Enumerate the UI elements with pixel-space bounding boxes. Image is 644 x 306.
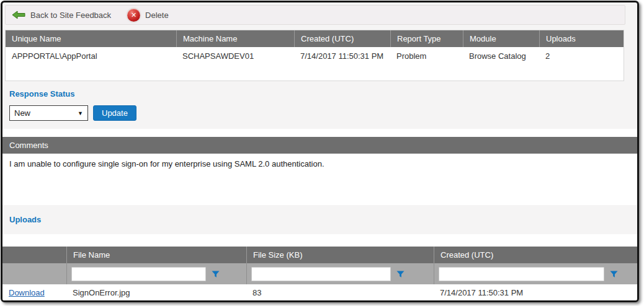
- chevron-down-icon: ▼: [78, 110, 83, 116]
- comments-text: I am unable to configure single sign-on …: [2, 154, 637, 205]
- module-value: Browse Catalog: [463, 47, 539, 81]
- spacer: [2, 301, 637, 302]
- file-size-filter-input[interactable]: [251, 267, 391, 281]
- feedback-detail-page: Back to Site Feedback ✕ Delete Unique Na…: [1, 1, 639, 302]
- upload-file-name: SignOnError.jpg: [66, 288, 246, 297]
- toolbar: Back to Site Feedback ✕ Delete: [5, 5, 625, 25]
- spacer: [2, 129, 637, 137]
- machine-name-value: SCHAPSAWDEV01: [176, 47, 294, 81]
- uploads-section-label: Uploads: [9, 215, 41, 224]
- col-header-empty: [2, 247, 66, 263]
- filter-funnel-icon[interactable]: [610, 270, 618, 278]
- response-status-label: Response Status: [9, 89, 637, 98]
- col-header-uploads: Uploads: [539, 30, 624, 47]
- back-button-label: Back to Site Feedback: [30, 11, 111, 20]
- col-header-file-name: File Name: [66, 247, 246, 263]
- report-type-value: Problem: [390, 47, 463, 81]
- delete-button-label: Delete: [145, 11, 169, 20]
- detail-table-header-row: Unique Name Machine Name Created (UTC) R…: [6, 30, 624, 47]
- feedback-detail-table: Unique Name Machine Name Created (UTC) R…: [5, 30, 624, 81]
- comments-header-bar: Comments: [2, 137, 637, 154]
- delete-button[interactable]: ✕ Delete: [127, 9, 169, 22]
- filter-cell-created: [434, 263, 637, 284]
- back-to-site-feedback-button[interactable]: Back to Site Feedback: [12, 11, 111, 20]
- created-utc-value: 7/14/2017 11:50:31 PM: [294, 47, 390, 81]
- col-header-file-created: Created (UTC): [434, 247, 637, 263]
- download-link[interactable]: Download: [9, 288, 45, 297]
- uploads-filter-row: [2, 263, 637, 284]
- filter-cell-empty: [2, 263, 66, 284]
- delete-icon: ✕: [127, 9, 140, 22]
- col-header-report-type: Report Type: [390, 30, 463, 47]
- filter-funnel-icon[interactable]: [212, 270, 220, 278]
- uploads-header-row: File Name File Size (KB) Created (UTC): [2, 247, 637, 263]
- detail-table-row: APPPORTAL\AppPortal SCHAPSAWDEV01 7/14/2…: [6, 47, 624, 81]
- comments-header-label: Comments: [9, 141, 48, 150]
- spacer: [2, 234, 637, 247]
- upload-created-utc: 7/14/2017 11:50:31 PM: [434, 288, 637, 297]
- col-header-machine-name: Machine Name: [176, 30, 294, 47]
- back-arrow-icon: [12, 11, 25, 19]
- uploads-count-value: 2: [539, 47, 624, 81]
- uploads-table: File Name File Size (KB) Created (UTC): [2, 247, 637, 302]
- filter-funnel-icon[interactable]: [396, 270, 405, 278]
- response-status-section: Response Status New ▼ Update: [2, 81, 637, 129]
- created-filter-input[interactable]: [439, 267, 604, 281]
- unique-name-value: APPPORTAL\AppPortal: [6, 47, 176, 81]
- upload-row: Download SignOnError.jpg 83 7/14/2017 11…: [2, 284, 637, 301]
- response-status-selected-value: New: [14, 108, 30, 118]
- file-name-filter-input[interactable]: [71, 267, 206, 281]
- filter-cell-file-name: [66, 263, 246, 284]
- filter-cell-file-size: [246, 263, 434, 284]
- col-header-module: Module: [463, 30, 539, 47]
- upload-file-size: 83: [246, 288, 434, 297]
- uploads-section: Uploads: [2, 205, 637, 234]
- update-button[interactable]: Update: [93, 105, 136, 121]
- response-status-select[interactable]: New ▼: [9, 105, 88, 121]
- col-header-created-utc: Created (UTC): [294, 30, 390, 47]
- col-header-unique-name: Unique Name: [6, 30, 176, 47]
- col-header-file-size: File Size (KB): [246, 247, 434, 263]
